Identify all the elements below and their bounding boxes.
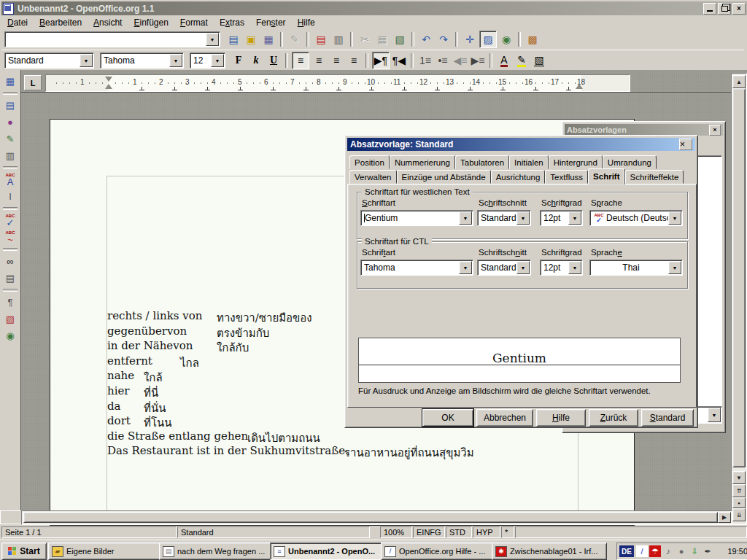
indent-marker-top[interactable] (105, 77, 112, 82)
url-input[interactable] (8, 34, 206, 44)
document-line[interactable]: Das Restaurant ist in der Sukhumvitstraß… (107, 444, 349, 459)
menu-datei[interactable]: Datei (1, 16, 34, 29)
align-right-button[interactable]: ≡ (328, 52, 344, 69)
ink-monitor-icon[interactable]: ✒ (702, 545, 713, 557)
hilfe-button[interactable]: Hilfe (536, 409, 586, 427)
scroll-down-button[interactable]: ▼ (732, 471, 746, 484)
document-line[interactable]: hierที่นี่ (107, 384, 130, 400)
navigation-button[interactable]: ● (732, 497, 746, 508)
document-line[interactable]: naheใกล้ (107, 369, 134, 384)
volume-icon[interactable]: ♪ (662, 545, 674, 557)
task-irfanview[interactable]: ✱Zwischenablage01 - Irf... (492, 542, 607, 560)
tab-type-selector[interactable]: L (24, 75, 42, 90)
nonprinting-characters-button[interactable]: ¶ (2, 295, 18, 310)
insert-table-button[interactable]: ▦ (2, 74, 18, 89)
tab-hintergrund[interactable]: Hintergrund (549, 155, 603, 169)
dialog-titlebar[interactable]: Absatzvorlage: Standard × (347, 138, 695, 151)
autotext-button[interactable]: ABCA (2, 172, 18, 187)
tab-ausrichtung[interactable]: Ausrichtung (491, 170, 546, 184)
size-dropdown-button[interactable]: ▼ (211, 54, 224, 67)
decrease-indent-button[interactable]: ◀≡ (452, 52, 468, 69)
indent-marker-bottom[interactable] (105, 84, 112, 89)
gallery-button[interactable]: ▩ (525, 31, 541, 47)
navigator-button[interactable]: ✛ (462, 31, 478, 47)
dropdown-button[interactable]: ▼ (516, 261, 530, 274)
insert-object-button[interactable]: ● (2, 114, 18, 130)
western-font-combobox[interactable]: Gentium ▼ (360, 210, 473, 226)
stylist-button[interactable]: ▨ (479, 31, 497, 48)
direct-cursor-button[interactable]: I (2, 189, 18, 204)
horizontal-scroll-thumb[interactable] (23, 512, 718, 523)
status-zoom[interactable]: 100% (380, 526, 412, 538)
zurück-button[interactable]: Zurück (589, 409, 638, 427)
document-line[interactable]: daที่นั่น (107, 400, 121, 415)
open-document-button[interactable]: ▣ (243, 31, 259, 47)
dialog-close-button[interactable]: × (679, 139, 692, 150)
url-dropdown-button[interactable]: ▼ (206, 33, 219, 46)
right-indent-marker[interactable] (576, 84, 583, 89)
tab-schrift[interactable]: Schrift (588, 168, 624, 184)
horizontal-scrollbar[interactable]: ▶ (21, 510, 732, 525)
document-line[interactable]: entferntไกล (107, 354, 152, 370)
document-line[interactable]: gegenübervonตรงข้ามกับ (107, 324, 187, 340)
task-doc[interactable]: ▤nach dem Weg fragen ... (159, 542, 274, 560)
spellcheck-button[interactable]: ABC✓ (2, 213, 18, 228)
left-to-right-button[interactable]: ▶¶ (372, 52, 390, 69)
next-page-button[interactable]: ⇊ (732, 508, 746, 521)
menu-einfügen[interactable]: Einfügen (128, 16, 174, 29)
draw-functions-button[interactable]: ✎ (2, 131, 18, 147)
increase-indent-button[interactable]: ▶≡ (470, 52, 486, 69)
dropdown-button[interactable]: ▼ (459, 261, 472, 274)
tab-umrandung[interactable]: Umrandung (603, 155, 657, 169)
stylist-group-dropdown[interactable]: ▼ (708, 408, 721, 422)
ctl-size-combobox[interactable]: 12pt ▼ (540, 260, 583, 276)
stylist-titlebar[interactable]: Absatzvorlagen × (565, 124, 723, 136)
status-insert-mode[interactable]: EINFG (413, 526, 445, 538)
redo-button[interactable]: ↷ (436, 31, 452, 47)
insert-fields-button[interactable]: ▤ (2, 98, 18, 113)
restore-button[interactable] (718, 3, 731, 15)
menu-extras[interactable]: Extras (214, 16, 250, 29)
italic-button[interactable]: k (248, 52, 264, 69)
font-name-combobox[interactable]: Tahoma ▼ (100, 52, 184, 69)
graphics-toggle-button[interactable]: ▧ (2, 311, 18, 327)
underline-button[interactable]: U (266, 52, 282, 69)
ctl-language-combobox[interactable]: Thai ▼ (589, 260, 683, 276)
tab-tabulatoren[interactable]: Tabulatoren (455, 155, 509, 169)
task-ooo-help[interactable]: /OpenOffice.org Hilfe - ... (381, 542, 496, 560)
dropdown-button[interactable]: ▼ (568, 261, 581, 274)
dropdown-button[interactable]: ▼ (568, 211, 581, 225)
insert-form-button[interactable]: ▥ (2, 148, 18, 163)
paragraph-background-button[interactable]: ▧ (531, 52, 547, 69)
antivir-icon[interactable]: ☂ (649, 545, 661, 557)
print-file-button[interactable]: ▥ (330, 31, 347, 47)
document-line[interactable]: rechts / links vonทางขวา/ซายมือของ (107, 309, 202, 324)
style-dropdown-button[interactable]: ▼ (80, 54, 93, 67)
keyboard-layout-indicator[interactable]: DE (619, 545, 634, 557)
task-writer[interactable]: ≡Unbenannt2 - OpenO... (270, 542, 385, 560)
export-pdf-button[interactable]: ▤ (313, 31, 329, 47)
quickstarter-icon[interactable]: / (636, 545, 648, 557)
auto-spellcheck-button[interactable]: ABC~ (2, 230, 18, 245)
data-sources-button[interactable]: ▤ (2, 271, 18, 286)
bold-button[interactable]: F (231, 52, 247, 69)
menu-format[interactable]: Format (174, 16, 214, 29)
save-document-button[interactable]: ▦ (260, 31, 276, 47)
font-dropdown-button[interactable]: ▼ (169, 54, 182, 67)
vertical-scroll-thumb[interactable] (732, 88, 746, 467)
paste-button[interactable]: ▧ (392, 31, 408, 47)
menu-hilfe[interactable]: Hilfe (292, 16, 321, 29)
dropdown-button[interactable]: ▼ (668, 261, 681, 274)
tab-position[interactable]: Position (349, 155, 390, 169)
status-page-style[interactable]: Standard (177, 526, 370, 538)
align-center-button[interactable]: ≡ (311, 52, 327, 69)
scroll-right-button[interactable]: ▶ (718, 512, 731, 523)
align-left-button[interactable]: ≡ (292, 52, 309, 69)
mouse-icon[interactable]: ● (676, 545, 687, 557)
horizontal-ruler[interactable]: 1123456789101112131415161718 (45, 74, 630, 92)
numbered-list-button[interactable]: 1≡ (417, 52, 433, 69)
tab-initialen[interactable]: Initialen (509, 155, 549, 169)
ctl-style-combobox[interactable]: Standard ▼ (477, 260, 531, 276)
card-reader-icon[interactable]: ⇩ (689, 545, 700, 557)
standard-button[interactable]: Standard (641, 409, 694, 427)
